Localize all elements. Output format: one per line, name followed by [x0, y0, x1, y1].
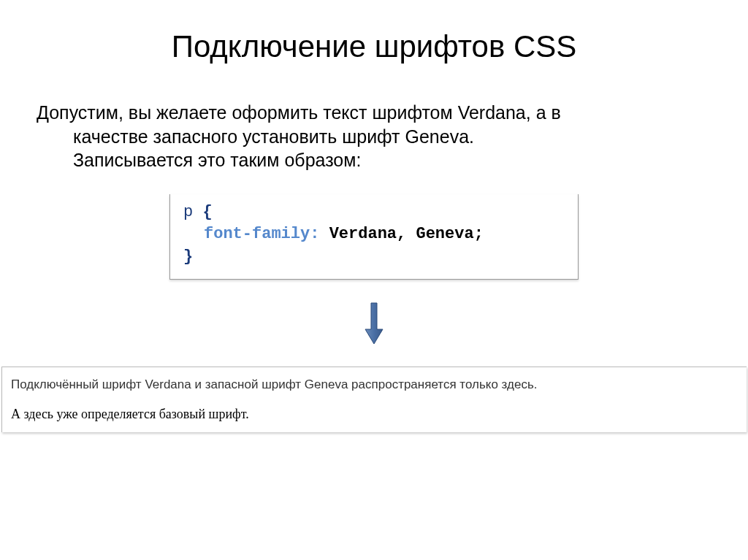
arrow-container [37, 302, 711, 348]
code-brace-close: } [183, 248, 193, 266]
code-property: font-family [204, 225, 310, 243]
slide-title: Подключение шрифтов CSS [37, 29, 711, 64]
code-selector: p [183, 203, 193, 221]
intro-line-3: Записывается это таким образом: [37, 148, 361, 172]
code-line-1: p { [183, 202, 565, 224]
code-line-2: font-family: Verdana, Geneva; [183, 223, 565, 246]
result-serif-text: А здесь уже определяется базовый шрифт. [11, 407, 738, 422]
code-example-box: p { font-family: Verdana, Geneva; } [169, 194, 579, 280]
intro-line-2: качестве запасного установить шрифт Gene… [37, 125, 474, 149]
code-value: Verdana, Geneva; [319, 225, 483, 243]
code-line-3: } [183, 246, 565, 269]
result-verdana-text: Подключённый шрифт Verdana и запасной шр… [11, 377, 738, 392]
intro-paragraph: Допустим, вы желаете оформить текст шриф… [37, 101, 711, 172]
intro-line-1: Допустим, вы желаете оформить текст шриф… [37, 102, 561, 123]
code-colon: : [310, 225, 319, 243]
down-arrow-icon [364, 302, 384, 348]
result-example-box: Подключённый шрифт Verdana и запасной шр… [1, 367, 747, 432]
code-brace-open: { [202, 203, 212, 221]
